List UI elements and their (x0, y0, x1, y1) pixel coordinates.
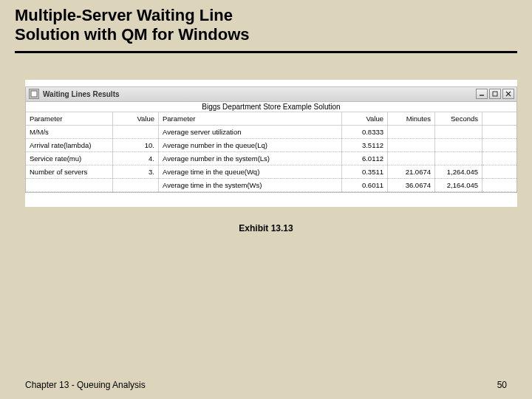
page-title: Multiple-Server Waiting Line Solution wi… (15, 6, 517, 45)
cell-empty (482, 152, 516, 166)
cell: Arrival rate(lambda) (26, 139, 112, 152)
cell: 0.3511 (342, 166, 387, 179)
col-minutes: Minutes 21.0674 36.0674 (388, 112, 435, 192)
results-grid: Parameter M/M/s Arrival rate(lambda) Ser… (26, 112, 516, 192)
minimize-button[interactable] (476, 89, 488, 99)
results-window: Waiting Lines Results Biggs Department S… (25, 86, 517, 193)
cell (435, 152, 482, 166)
col-parameter-right: Parameter Average server utilization Ave… (159, 112, 342, 192)
window-titlebar: Waiting Lines Results (26, 87, 516, 102)
exhibit-label: Exhibit 13.13 (0, 223, 532, 233)
screenshot-panel: Waiting Lines Results Biggs Department S… (25, 80, 517, 207)
col-header: Value (342, 112, 387, 126)
cell (388, 152, 434, 166)
window-title: Waiting Lines Results (43, 90, 476, 98)
col-parameter-left: Parameter M/M/s Arrival rate(lambda) Ser… (26, 112, 113, 192)
col-header-empty (482, 112, 516, 126)
cell: 2,164.045 (435, 179, 482, 192)
cell: 3. (113, 166, 158, 179)
col-header: Parameter (159, 112, 341, 126)
cell: 3.5112 (342, 139, 387, 152)
footer-page-number: 50 (497, 380, 507, 390)
title-line-2: Solution with QM for Windows (15, 25, 250, 44)
svg-rect-0 (31, 91, 37, 97)
cell: Average time in the system(Ws) (159, 179, 341, 192)
cell: 6.0112 (342, 152, 387, 166)
col-value-right: Value 0.8333 3.5112 6.0112 0.3511 0.6011 (342, 112, 388, 192)
col-header: Value (113, 112, 158, 126)
cell (113, 179, 158, 192)
app-icon (29, 89, 39, 99)
cell-empty (482, 126, 516, 139)
cell (113, 126, 158, 139)
cell: Service rate(mu) (26, 152, 112, 166)
col-header: Seconds (435, 112, 482, 126)
cell: 21.0674 (388, 166, 434, 179)
cell (435, 126, 482, 139)
cell: M/M/s (26, 126, 112, 139)
cell-empty (482, 166, 516, 179)
col-value-left: Value 10. 4. 3. (113, 112, 159, 192)
caption-bar: Biggs Department Store Example Solution (26, 102, 516, 112)
footer-left: Chapter 13 - Queuing Analysis (25, 380, 146, 390)
cell (388, 126, 434, 139)
col-padding (482, 112, 516, 192)
svg-rect-2 (493, 92, 497, 96)
cell: Average time in the queue(Wq) (159, 166, 341, 179)
cell: 0.8333 (342, 126, 387, 139)
close-button[interactable] (502, 89, 514, 99)
title-area: Multiple-Server Waiting Line Solution wi… (0, 0, 532, 48)
col-seconds: Seconds 1,264.045 2,164.045 (435, 112, 482, 192)
cell-empty (482, 139, 516, 152)
maximize-button[interactable] (489, 89, 501, 99)
cell: 10. (113, 139, 158, 152)
title-line-1: Multiple-Server Waiting Line (15, 6, 233, 24)
cell: 36.0674 (388, 179, 434, 192)
col-header: Minutes (388, 112, 434, 126)
cell: Average number in the system(Ls) (159, 152, 341, 166)
cell: Number of servers (26, 166, 112, 179)
cell (26, 179, 112, 192)
title-rule (15, 51, 517, 53)
window-buttons (476, 89, 514, 99)
cell-empty (482, 179, 516, 192)
cell: 0.6011 (342, 179, 387, 192)
footer: Chapter 13 - Queuing Analysis 50 (25, 380, 507, 390)
cell: Average number in the queue(Lq) (159, 139, 341, 152)
cell (388, 139, 434, 152)
cell: 1,264.045 (435, 166, 482, 179)
cell (435, 139, 482, 152)
col-header: Parameter (26, 112, 112, 126)
cell: 4. (113, 152, 158, 166)
cell: Average server utilization (159, 126, 341, 139)
